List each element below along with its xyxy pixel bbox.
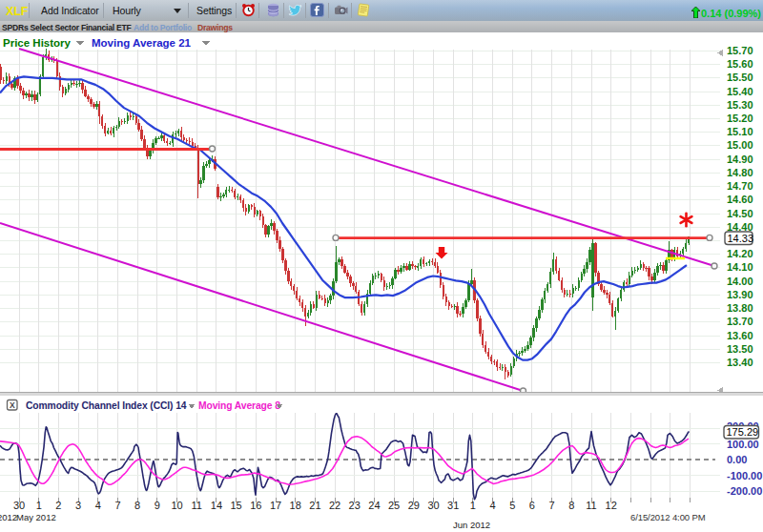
svg-text:2: 2 bbox=[55, 500, 61, 511]
svg-text:12: 12 bbox=[606, 500, 617, 511]
svg-text:15.10: 15.10 bbox=[727, 126, 753, 137]
svg-text:Jun 2012: Jun 2012 bbox=[453, 520, 490, 530]
svg-text:14.60: 14.60 bbox=[727, 194, 753, 205]
svg-text:14.33: 14.33 bbox=[728, 233, 754, 244]
svg-text:5: 5 bbox=[509, 500, 515, 511]
svg-text:14.90: 14.90 bbox=[727, 153, 753, 165]
svg-text:24: 24 bbox=[368, 500, 380, 511]
svg-text:6/15/2012 4:00 PM: 6/15/2012 4:00 PM bbox=[630, 512, 706, 522]
svg-text:11: 11 bbox=[586, 500, 596, 511]
svg-text:-100.00: -100.00 bbox=[727, 470, 762, 481]
svg-text:15.20: 15.20 bbox=[727, 113, 753, 124]
svg-text:14: 14 bbox=[211, 500, 222, 511]
svg-text:31: 31 bbox=[447, 500, 459, 511]
svg-text:16: 16 bbox=[250, 500, 261, 511]
svg-text:30: 30 bbox=[427, 500, 439, 511]
svg-text:15.30: 15.30 bbox=[727, 99, 753, 111]
svg-text:8: 8 bbox=[134, 500, 140, 511]
svg-text:Moving Average 8: Moving Average 8 bbox=[198, 400, 280, 411]
svg-text:14.10: 14.10 bbox=[727, 261, 753, 273]
svg-text:22: 22 bbox=[329, 500, 340, 511]
svg-text:15.70: 15.70 bbox=[727, 45, 753, 56]
svg-text:4: 4 bbox=[95, 500, 101, 511]
svg-text:6: 6 bbox=[529, 500, 535, 511]
svg-text:7: 7 bbox=[114, 500, 120, 511]
svg-text:29: 29 bbox=[408, 500, 420, 511]
svg-text:17: 17 bbox=[270, 500, 281, 511]
svg-text:23: 23 bbox=[349, 500, 361, 511]
svg-text:Price History: Price History bbox=[3, 37, 72, 49]
svg-text:4: 4 bbox=[490, 500, 496, 511]
svg-text:15.00: 15.00 bbox=[727, 139, 753, 151]
svg-text:100.00: 100.00 bbox=[727, 439, 759, 450]
svg-text:15: 15 bbox=[230, 500, 241, 511]
svg-text:1: 1 bbox=[36, 500, 42, 511]
svg-text:30: 30 bbox=[13, 500, 25, 511]
svg-text:14.70: 14.70 bbox=[727, 180, 753, 192]
svg-text:13.80: 13.80 bbox=[727, 302, 753, 314]
svg-text:3: 3 bbox=[75, 500, 81, 511]
svg-text:1: 1 bbox=[470, 500, 476, 511]
svg-text:13.50: 13.50 bbox=[727, 343, 753, 355]
svg-text:175.29: 175.29 bbox=[727, 426, 759, 438]
svg-text:18: 18 bbox=[290, 500, 301, 511]
svg-text:15.60: 15.60 bbox=[727, 58, 753, 70]
svg-text:Commodity Channel Index (CCI): Commodity Channel Index (CCI) 14 bbox=[26, 400, 187, 411]
svg-text:9: 9 bbox=[155, 500, 160, 511]
svg-text:May 2012: May 2012 bbox=[16, 512, 56, 522]
svg-text:14.50: 14.50 bbox=[727, 208, 753, 219]
svg-text:14.00: 14.00 bbox=[727, 276, 753, 287]
svg-text:13.60: 13.60 bbox=[727, 330, 753, 341]
svg-text:14.20: 14.20 bbox=[727, 248, 753, 259]
svg-text:15.50: 15.50 bbox=[727, 72, 753, 83]
svg-text:0.00: 0.00 bbox=[727, 454, 747, 465]
svg-text:-200.00: -200.00 bbox=[727, 485, 762, 497]
svg-text:14.40: 14.40 bbox=[727, 221, 753, 233]
svg-text:11: 11 bbox=[191, 500, 201, 511]
svg-text:15.40: 15.40 bbox=[727, 86, 753, 97]
svg-text:7: 7 bbox=[549, 500, 555, 511]
svg-text:10: 10 bbox=[171, 500, 182, 511]
svg-text:21: 21 bbox=[309, 500, 320, 511]
svg-text:13.90: 13.90 bbox=[727, 289, 753, 300]
svg-text:13.70: 13.70 bbox=[727, 316, 753, 327]
svg-text:13.40: 13.40 bbox=[727, 357, 753, 368]
svg-text:14.80: 14.80 bbox=[727, 167, 753, 178]
svg-text:8: 8 bbox=[568, 500, 574, 511]
svg-text:2012: 2012 bbox=[0, 512, 17, 522]
svg-text:Moving Average 21: Moving Average 21 bbox=[92, 37, 192, 49]
svg-text:25: 25 bbox=[388, 500, 400, 511]
svg-text:X: X bbox=[10, 400, 15, 410]
